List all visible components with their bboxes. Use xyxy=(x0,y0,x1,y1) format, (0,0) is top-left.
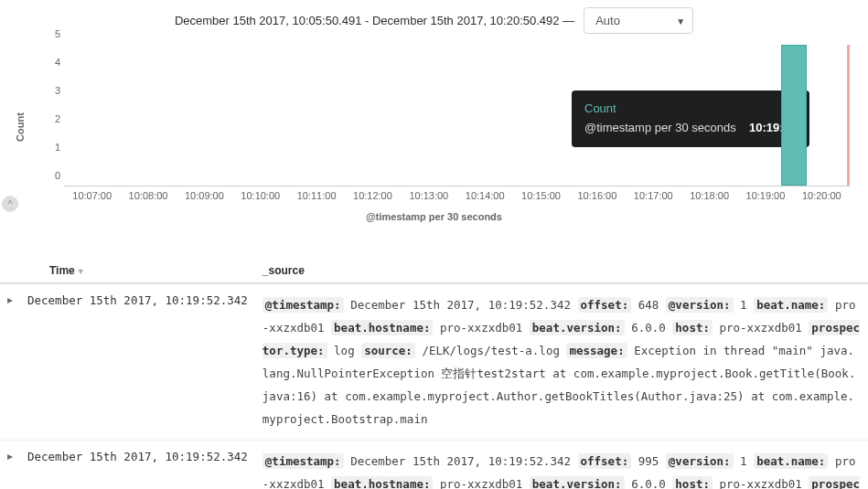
tooltip-count-label: Count xyxy=(584,100,616,119)
histogram-chart: Count 012345 Count5 @timestamp per 30 se… xyxy=(37,45,850,209)
interval-selected-value: Auto xyxy=(595,14,620,27)
chart-bar[interactable] xyxy=(781,45,807,186)
field-key: @version: xyxy=(666,453,734,469)
source-cell: @timestamp: December 15th 2017, 10:19:52… xyxy=(255,283,868,441)
field-key: @timestamp: xyxy=(263,453,344,469)
chart-tooltip: Count5 @timestamp per 30 seconds 10:19:3… xyxy=(572,90,809,147)
x-tick: 10:09:00 xyxy=(185,190,224,201)
y-tick: 3 xyxy=(55,85,60,96)
x-axis-label: @timestamp per 30 seconds xyxy=(0,211,868,222)
chevron-down-icon: ▼ xyxy=(676,16,685,26)
x-tick: 10:18:00 xyxy=(690,190,729,201)
y-tick: 2 xyxy=(55,113,60,124)
field-key: beat.hostname: xyxy=(331,320,433,335)
field-key: @version: xyxy=(666,297,734,313)
time-column-header[interactable]: Time▼ xyxy=(20,259,255,283)
tooltip-ts-label: @timestamp per 30 seconds xyxy=(584,121,736,134)
results-table: Time▼ _source ▸December 15th 2017, 10:19… xyxy=(0,259,868,489)
collapse-chart-icon[interactable]: ^ xyxy=(2,196,18,212)
expand-row-toggle[interactable]: ▸ xyxy=(0,441,20,490)
x-tick: 10:10:00 xyxy=(241,190,280,201)
field-key: beat.name: xyxy=(754,453,828,469)
chart-right-boundary xyxy=(847,45,850,186)
field-key: source: xyxy=(361,343,415,358)
x-tick: 10:12:00 xyxy=(353,190,392,201)
chart-plot-area[interactable]: Count5 @timestamp per 30 seconds 10:19:3… xyxy=(64,45,850,186)
x-tick: 10:17:00 xyxy=(634,190,673,201)
x-tick: 10:13:00 xyxy=(409,190,448,201)
y-tick: 5 xyxy=(55,28,60,39)
sort-desc-icon: ▼ xyxy=(77,267,85,276)
interval-select[interactable]: Auto ▼ xyxy=(584,7,693,34)
time-range-text: December 15th 2017, 10:05:50.491 - Decem… xyxy=(175,14,574,27)
x-tick: 10:11:00 xyxy=(297,190,337,201)
y-tick: 0 xyxy=(55,170,60,181)
x-tick: 10:19:00 xyxy=(746,190,786,201)
x-axis: 10:07:0010:08:0010:09:0010:10:0010:11:00… xyxy=(64,186,850,209)
y-tick: 4 xyxy=(55,57,60,68)
y-axis-label: Count xyxy=(15,112,26,142)
time-range-header: December 15th 2017, 10:05:50.491 - Decem… xyxy=(0,0,868,41)
x-tick: 10:15:00 xyxy=(521,190,561,201)
source-column-header[interactable]: _source xyxy=(255,259,868,283)
x-tick: 10:20:00 xyxy=(802,190,841,201)
table-row: ▸December 15th 2017, 10:19:52.342@timest… xyxy=(0,441,868,490)
y-tick: 1 xyxy=(55,142,60,153)
time-cell: December 15th 2017, 10:19:52.342 xyxy=(20,441,255,490)
field-key: beat.name: xyxy=(754,297,828,313)
field-key: beat.version: xyxy=(530,320,625,335)
expand-column-header xyxy=(0,259,20,283)
x-tick: 10:07:00 xyxy=(72,190,112,201)
field-key: beat.version: xyxy=(530,476,625,489)
field-key: beat.hostname: xyxy=(331,476,433,489)
field-key: message: xyxy=(566,343,627,358)
field-key: @timestamp: xyxy=(263,297,344,313)
expand-row-toggle[interactable]: ▸ xyxy=(0,283,20,441)
x-tick: 10:14:00 xyxy=(466,190,505,201)
field-key: offset: xyxy=(578,297,632,313)
y-axis: 012345 xyxy=(42,45,60,186)
x-tick: 10:08:00 xyxy=(129,190,168,201)
time-cell: December 15th 2017, 10:19:52.342 xyxy=(20,283,255,441)
table-row: ▸December 15th 2017, 10:19:52.342@timest… xyxy=(0,283,868,441)
field-key: host: xyxy=(672,320,713,335)
x-tick: 10:16:00 xyxy=(577,190,616,201)
time-column-label: Time xyxy=(49,264,75,277)
field-key: host: xyxy=(672,476,713,489)
source-cell: @timestamp: December 15th 2017, 10:19:52… xyxy=(255,441,868,490)
field-key: offset: xyxy=(578,453,632,469)
